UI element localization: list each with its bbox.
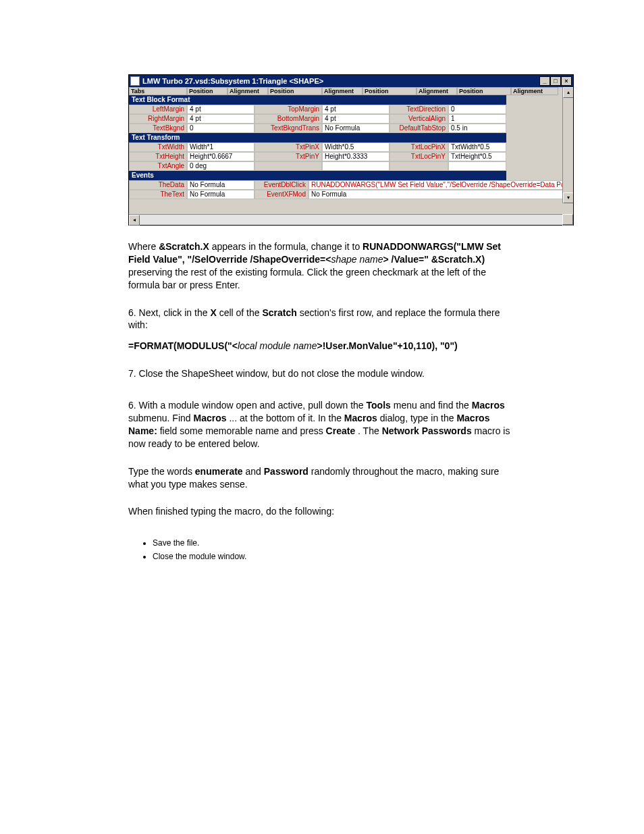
cell-header[interactable]: TheText bbox=[129, 190, 187, 199]
text-run: Network Passwords bbox=[382, 425, 472, 436]
vertical-scrollbar[interactable]: ▴ ▾ bbox=[562, 87, 573, 203]
cell-header[interactable]: EventXFMod bbox=[254, 190, 308, 199]
cell[interactable]: No Formula bbox=[187, 190, 254, 199]
table-row: TheText No Formula EventXFMod No Formula bbox=[129, 190, 565, 199]
horizontal-scrollbar[interactable]: ◂ ▸ bbox=[129, 214, 573, 225]
cell[interactable]: 0 deg bbox=[187, 161, 254, 171]
table-row: TxtHeight Height*0.6667 TxtPinY Height*0… bbox=[129, 152, 506, 161]
bullet-list: Save the file. Close the module window. bbox=[128, 537, 516, 563]
list-item: Close the module window. bbox=[153, 550, 516, 563]
text-run: Macros bbox=[472, 400, 505, 411]
resize-grip-icon[interactable] bbox=[562, 214, 573, 225]
text-run: Macros bbox=[344, 413, 377, 423]
cell-header[interactable] bbox=[390, 161, 448, 171]
cell-header[interactable]: VerticalAlign bbox=[390, 114, 448, 124]
cell-header[interactable]: TextDirection bbox=[390, 105, 448, 114]
text-run: local module name bbox=[238, 340, 317, 351]
paragraph: When finished typing the macro, do the f… bbox=[128, 505, 516, 518]
text-run: &Scratch.X bbox=[159, 241, 209, 252]
cell-header[interactable]: TxtAngle bbox=[129, 161, 187, 171]
text-run: > /Value=" &Scratch.X) bbox=[383, 254, 485, 265]
cell[interactable]: 1 bbox=[448, 114, 506, 124]
text-run: Create bbox=[326, 425, 356, 436]
window-controls: _ □ × bbox=[539, 76, 572, 86]
cell[interactable] bbox=[322, 161, 390, 171]
cell[interactable]: No Formula bbox=[322, 124, 390, 133]
cell-header[interactable]: TxtLocPinY bbox=[390, 152, 448, 161]
column-headers: Tabs Position Alignment Position Alignme… bbox=[129, 87, 573, 95]
cell-header[interactable]: TxtPinY bbox=[254, 152, 322, 161]
cell[interactable]: 4 pt bbox=[187, 114, 254, 124]
scroll-up-button[interactable]: ▴ bbox=[563, 87, 573, 98]
section-text-block: Text Block Format LeftMargin 4 pt TopMar… bbox=[129, 95, 506, 133]
section-title[interactable]: Text Transform bbox=[129, 133, 506, 142]
table-row: RightMargin 4 pt BottomMargin 4 pt Verti… bbox=[129, 114, 506, 124]
section-events: Events TheData No Formula EventDblClick … bbox=[129, 171, 565, 199]
cell[interactable]: 0.5 in bbox=[448, 124, 506, 133]
cell[interactable]: 4 pt bbox=[187, 105, 254, 114]
scroll-left-button[interactable]: ◂ bbox=[129, 215, 140, 226]
sheet-body: Tabs Position Alignment Position Alignme… bbox=[129, 87, 573, 214]
text-run: 6. Next, click in the bbox=[128, 307, 210, 318]
cell[interactable]: 0 bbox=[448, 105, 506, 114]
text-run: and bbox=[246, 466, 264, 477]
list-item: Save the file. bbox=[153, 537, 516, 550]
col-tabs: Tabs bbox=[129, 87, 187, 95]
cell[interactable]: No Formula bbox=[308, 190, 565, 199]
col-align4: Alignment bbox=[511, 87, 558, 95]
cell-formula[interactable]: RUNADDONWARGS("LMW Set Field Value","/Se… bbox=[308, 180, 565, 190]
cell-header[interactable]: RightMargin bbox=[129, 114, 187, 124]
text-run: Scratch bbox=[262, 307, 296, 318]
cell[interactable]: TxtWidth*0.5 bbox=[448, 142, 506, 152]
cell-header[interactable]: LeftMargin bbox=[129, 105, 187, 114]
cell-header[interactable]: BottomMargin bbox=[254, 114, 322, 124]
text-run: menu and find the bbox=[394, 400, 472, 411]
col-align: Alignment bbox=[227, 87, 268, 95]
text-run: dialog, type in the bbox=[380, 413, 457, 423]
text-run: Password bbox=[264, 466, 308, 477]
cell-header[interactable]: TopMargin bbox=[254, 105, 322, 114]
cell-header[interactable]: EventDblClick bbox=[254, 180, 308, 190]
section-title[interactable]: Text Block Format bbox=[129, 95, 506, 105]
cell[interactable]: 0 bbox=[187, 124, 254, 133]
paragraph: Type the words enumerate and Password ra… bbox=[128, 465, 516, 491]
cell[interactable]: Width*1 bbox=[187, 142, 254, 152]
titlebar[interactable]: LMW Turbo 27.vsd:Subsystem 1:Triangle <S… bbox=[129, 75, 573, 87]
paragraph: 7. Close the ShapeSheet window, but do n… bbox=[128, 367, 516, 380]
text-run: X bbox=[210, 307, 216, 318]
paragraph: 6. Next, click in the X cell of the Scra… bbox=[128, 307, 516, 332]
text-run: preserving the rest of the existing form… bbox=[128, 267, 486, 290]
table-row: TxtAngle 0 deg bbox=[129, 161, 506, 171]
maximize-button[interactable]: □ bbox=[550, 76, 561, 86]
cell-header[interactable]: TxtPinX bbox=[254, 142, 322, 152]
window-title: LMW Turbo 27.vsd:Subsystem 1:Triangle <S… bbox=[142, 77, 323, 85]
text-run: submenu. Find bbox=[128, 413, 194, 423]
cell[interactable]: 4 pt bbox=[322, 114, 390, 124]
text-run: Tools bbox=[367, 400, 391, 411]
col-position2: Position bbox=[268, 87, 322, 95]
cell-header[interactable]: TheData bbox=[129, 180, 187, 190]
paragraph: =FORMAT(MODULUS("<local module name>!Use… bbox=[128, 340, 516, 353]
section-text-transform: Text Transform TxtWidth Width*1 TxtPinX … bbox=[129, 133, 506, 171]
cell[interactable] bbox=[448, 161, 506, 171]
cell-header[interactable]: DefaultTabStop bbox=[390, 124, 448, 133]
cell[interactable]: Width*0.5 bbox=[322, 142, 390, 152]
text-run: field some memorable name and press bbox=[160, 425, 326, 436]
cell-header[interactable]: TextBkgnd bbox=[129, 124, 187, 133]
cell[interactable]: No Formula bbox=[187, 180, 254, 190]
cell-header[interactable]: TextBkgndTrans bbox=[254, 124, 322, 133]
cell[interactable]: TxtHeight*0.5 bbox=[448, 152, 506, 161]
close-button[interactable]: × bbox=[561, 76, 572, 86]
text-run: appears in the formula, change it to bbox=[212, 241, 363, 252]
cell[interactable]: 4 pt bbox=[322, 105, 390, 114]
minimize-button[interactable]: _ bbox=[539, 76, 550, 86]
cell[interactable]: Height*0.3333 bbox=[322, 152, 390, 161]
text-run: Macros bbox=[194, 413, 227, 423]
cell[interactable]: Height*0.6667 bbox=[187, 152, 254, 161]
cell-header[interactable]: TxtWidth bbox=[129, 142, 187, 152]
cell-header[interactable]: TxtLocPinX bbox=[390, 142, 448, 152]
section-title[interactable]: Events bbox=[129, 171, 506, 180]
scroll-down-button[interactable]: ▾ bbox=[563, 192, 573, 203]
cell-header[interactable]: TxtHeight bbox=[129, 152, 187, 161]
cell-header[interactable] bbox=[254, 161, 322, 171]
